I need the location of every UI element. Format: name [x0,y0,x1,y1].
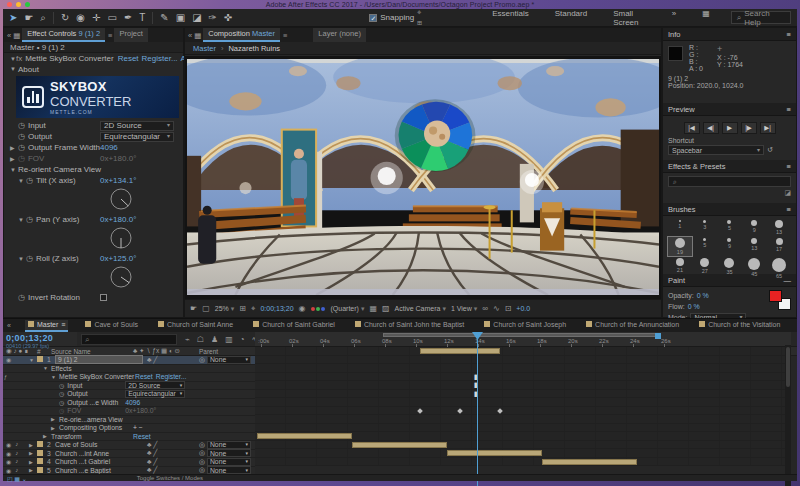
eye-icon[interactable]: ◉ [6,356,11,363]
layer-duration-bar[interactable] [420,348,500,354]
pan-dial[interactable] [108,225,183,253]
tilt-value[interactable]: 0x+134.1° [100,176,136,185]
tab-effect-controls[interactable]: Effect Controls 9 (1) 2 [22,28,105,42]
prop-output-row[interactable]: ◷ Output Equirectangular▾ [3,390,255,399]
brush-preset[interactable]: 13 [767,219,791,236]
timeline-graph-area[interactable]: :00s 02s 04s 06s 08s 10s 12s 14s 16s 18s… [255,332,791,486]
parent-dropdown[interactable]: None▾ [207,458,251,466]
tab-comp-church-saint-gabriel[interactable]: Church of Saint Gabriel [250,320,338,332]
motion-blur-icon[interactable]: ◔ [240,335,245,344]
panel-menu-icon[interactable]: ≡ [787,162,791,171]
twirl-open-icon[interactable]: ▼ [10,167,18,173]
tab-comp-church-annunciation[interactable]: Church of the Annunciation [583,320,682,332]
twirl-open-icon[interactable]: ▼ [43,365,51,371]
tab-composition-master[interactable]: Composition Master [203,28,280,42]
brush-preset[interactable]: 3 [693,219,717,236]
stopwatch-icon[interactable]: ◷ [18,121,25,130]
brush-preset[interactable]: 9 [718,237,742,256]
work-area-bar[interactable] [383,333,659,337]
effect-register-link[interactable]: Register... [156,373,187,380]
hand-tool-icon[interactable]: ☛ [24,9,33,27]
stopwatch-icon[interactable]: ◷ [59,399,64,406]
frame-blending-icon[interactable]: ▥ [225,335,233,344]
pen-tool-icon[interactable]: ✒ [124,9,132,27]
audio-icon[interactable]: ♪ [15,441,18,448]
snapping-control[interactable]: ✓ Snapping ⌖ ⊞ [369,8,425,28]
choose-grid-icon[interactable]: ⊞ [239,304,246,313]
panel-collapse-icon[interactable]: « [7,322,11,329]
layer-row-1[interactable]: ◉ ▼ 1 9 (1) 2 ♣ ╱ ◎None▾ [3,356,255,365]
panel-menu-icon[interactable]: ≡ [283,31,287,40]
stopwatch-icon[interactable]: ◷ [26,176,33,185]
add-remove-icons[interactable]: + − [133,424,143,431]
zoom-tool-icon[interactable]: ⌕ [40,9,46,27]
panel-menu-icon[interactable]: ≡ [787,105,791,114]
layer-duration-bar[interactable] [447,450,542,456]
timeline-corner-icons[interactable]: ◰ ▦ ⌄ [3,475,27,482]
monitor-icon[interactable]: ▢ [202,304,210,313]
view-layout-dropdown[interactable]: 1 View ▾ [451,305,477,313]
layer-switches[interactable]: ♣ ╱ [143,356,183,364]
twirl-open-icon[interactable]: ▼ [10,66,18,72]
transform-group-row[interactable]: ▶ Transform Reset [3,433,255,442]
stopwatch-icon[interactable]: ◷ [26,215,33,224]
workspace-essentials[interactable]: Essentials [492,9,528,27]
output-width-value[interactable]: 4096 [100,143,118,152]
magnification-dropdown[interactable]: 25% ▾ [215,305,234,313]
play-button[interactable]: ▶ [722,122,738,134]
pixel-aspect-icon[interactable]: ⊡ [505,304,512,313]
brush-preset[interactable]: 27 [693,257,717,280]
parent-dropdown[interactable]: None▾ [207,449,251,457]
timeline-vertical-scrollbar[interactable] [785,345,791,486]
snapshot-icon[interactable]: ◉ [299,304,306,313]
effects-group-row[interactable]: ▼ Effects [3,365,255,374]
layer-row-2[interactable]: ◉♪ ▶ 2 Cave of Souls ♣ ╱ ◎None▾ [3,441,255,450]
layer-duration-bar[interactable] [542,459,637,465]
effect-header-row[interactable]: ▼ fx Mettle SkyBox Converter Reset Regis… [4,53,183,64]
rotation-tool-icon[interactable]: ↻ [61,9,69,27]
twirl-open-icon[interactable]: ▼ [29,357,37,363]
tab-comp-church-saint-john[interactable]: Church of Saint John the Baptist [352,320,467,332]
tab-comp-church-visitation[interactable]: Church of the Visitation [696,320,783,332]
workspace-small-screen[interactable]: Small Screen [613,9,646,27]
layer-name[interactable]: Cave of Souls [55,441,143,448]
tab-comp-church-saint-joseph[interactable]: Church of Saint Joseph [481,320,569,332]
exposure-graph-icon[interactable]: ∿ [493,304,500,313]
effect-register-link[interactable]: Register... [142,54,178,63]
pickwhip-icon[interactable]: ◎ [199,458,205,466]
current-time-display[interactable]: 0;00;13;20 00410 (29.97 fps) [3,332,77,346]
layer-name[interactable]: 9 (1) 2 [55,355,143,364]
input-dropdown[interactable]: 2D Source▾ [125,381,185,389]
effect-mettle-row[interactable]: ƒ ▼ Mettle SkyBox Converter Reset Regist… [3,373,255,382]
show-channels-icon[interactable] [311,305,326,312]
panel-menu-icon[interactable]: — [784,276,792,285]
stopwatch-icon[interactable]: ◷ [26,254,33,263]
tab-comp-cave-of-souls[interactable]: Cave of Souls [82,320,141,332]
effects-presets-search[interactable]: ⌕ [668,176,791,187]
stopwatch-icon[interactable]: ◷ [18,132,25,141]
stopwatch-icon[interactable]: ◷ [18,143,25,152]
stopwatch-icon[interactable]: ◷ [59,390,64,397]
layer-row-4[interactable]: ◉♪ ▶ 4 Church ...t Gabriel ♣ ╱ ◎None▾ [3,458,255,467]
resolution-dropdown[interactable]: (Quarter) ▾ [331,305,365,313]
timeline-search-field[interactable]: ⌕ [81,334,177,345]
audio-icon[interactable]: ♪ [15,458,18,465]
twirl-closed-icon[interactable]: ▶ [29,467,37,473]
reset-shortcut-icon[interactable]: ↺ [767,146,773,154]
previous-frame-button[interactable]: ◀| [703,122,719,134]
layer-row-3[interactable]: ◉♪ ▶ 3 Church ...int Anne ♣ ╱ ◎None▾ [3,450,255,459]
brush-preset[interactable]: 5 [693,237,717,256]
layer-duration-bar[interactable] [257,433,352,439]
breadcrumb-master[interactable]: Master [193,44,216,53]
label-color-chip[interactable] [37,356,43,362]
twirl-closed-icon[interactable]: ▶ [51,416,59,422]
compositing-options-row[interactable]: ▶ Compositing Options + − [3,424,255,433]
prop-input-row[interactable]: ◷ Input 2D Source▾ [3,382,255,391]
label-color-chip[interactable] [37,441,43,447]
vr-goggles-icon[interactable]: ∞ [482,304,488,313]
effect-reset-link[interactable]: Reset [135,373,153,380]
roll-dial[interactable] [108,264,183,292]
width-value[interactable]: 4096 [125,399,140,406]
brush-preset[interactable]: 1 [668,219,692,236]
workspace-grid-icon[interactable]: ▦ [702,9,710,27]
